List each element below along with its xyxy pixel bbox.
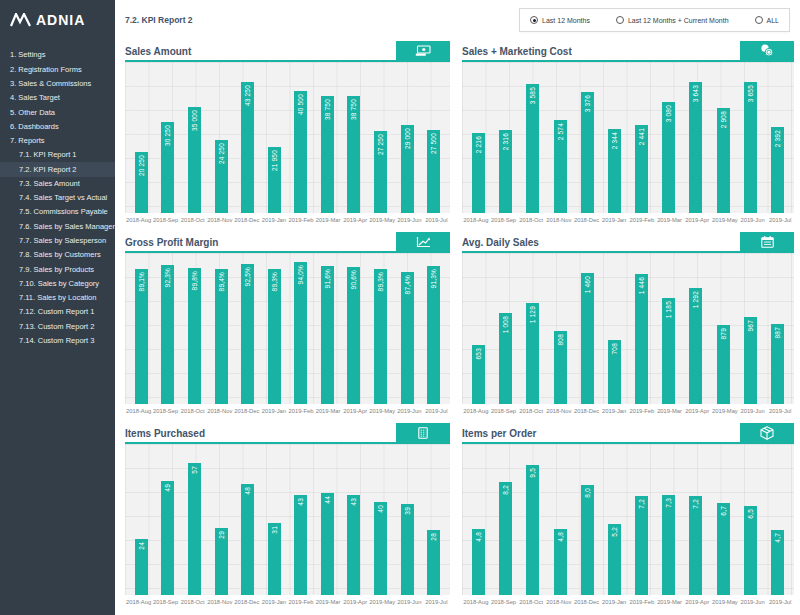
x-axis-label: 2019-Jan [600,599,628,605]
bar-value-label: 1 008 [502,316,509,333]
sidebar-item-6-dashboards[interactable]: 6. Dashboards [0,119,115,133]
bar-slot: 38 750 [341,62,368,213]
sidebar-item-2-registration-forms[interactable]: 2. Registration Forms [0,62,115,76]
sidebar-item-3-sales-commissions[interactable]: 3. Sales & Commissions [0,77,115,91]
bar-slot: 3 643 [682,62,709,213]
bar-slot: 57 [181,444,208,595]
radio-icon[interactable] [530,16,538,24]
period-option-label: ALL [767,17,779,24]
bar-value-label: 4,7 [774,533,781,543]
sidebar-item-7-4-sales-target-vs-actual[interactable]: 7.4. Sales Target vs Actual [0,191,115,205]
sidebar-item-4-sales-target[interactable]: 4. Sales Target [0,91,115,105]
bar-2018-aug: 4,8 [472,529,485,595]
bar-value-label: 3 655 [747,85,754,102]
package-icon[interactable] [740,423,794,442]
bar-2019-feb: 94,0% [294,262,307,404]
bar-value-label: 39 [404,507,411,515]
sidebar-item-1-settings[interactable]: 1. Settings [0,48,115,62]
bar-value-label: 94,0% [297,265,304,284]
sidebar-item-7-6-sales-by-sales-manager[interactable]: 7.6. Sales by Sales Manager [0,219,115,233]
sidebar-item-7-7-sales-by-salesperson[interactable]: 7.7. Sales by Salesperson [0,234,115,248]
sidebar-item-7-reports[interactable]: 7. Reports [0,134,115,148]
sidebar-item-5-other-data[interactable]: 5. Other Data [0,105,115,119]
x-axis-label: 2018-Dec [233,599,260,605]
sidebar-item-7-12-custom-report-1[interactable]: 7.12. Custom Report 1 [0,305,115,319]
bar-2019-may: 89,3% [374,269,387,404]
bar-2019-jan: 31 [268,523,281,595]
bar-value-label: 879 [720,328,727,339]
x-axis: 2018-Aug2018-Sep2018-Oct2018-Nov2018-Dec… [125,596,450,607]
x-axis-label: 2019-Mar [656,599,684,605]
radio-icon[interactable] [755,16,763,24]
bar-2019-feb: 7,2 [635,496,648,595]
bar-slot: 7,2 [628,444,655,595]
sidebar-item-7-10-sales-by-category[interactable]: 7.10. Sales by Category [0,277,115,291]
bar-slot: 1 446 [628,253,655,404]
x-axis-label: 2018-Oct [517,599,545,605]
period-option-all[interactable]: ALL [755,16,779,24]
line-chart-icon[interactable] [396,232,450,251]
bar-slot: 43 250 [234,62,261,213]
sidebar-item-7-3-sales-amount[interactable]: 7.3. Sales Amount [0,177,115,191]
bar-slot: 2 441 [628,62,655,213]
bar-value-label: 8,2 [502,485,509,495]
sidebar-item-7-13-custom-report-2[interactable]: 7.13. Custom Report 2 [0,319,115,333]
bar-slot: 708 [601,253,628,404]
sidebar-item-7-14-custom-report-3[interactable]: 7.14. Custom Report 3 [0,334,115,348]
bar-slot: 92,3% [155,253,182,404]
chart-header: Gross Profit Margin [125,232,450,253]
x-axis-label: 2019-May [369,217,396,223]
bar-2019-apr: 1 292 [689,288,702,404]
bar-2018-sep: 30 250 [161,122,174,213]
x-axis-label: 2019-Feb [628,599,656,605]
bar-value-label: 1 292 [692,291,699,308]
bar-2019-mar: 38 750 [321,96,334,213]
x-axis-label: 2018-Dec [233,217,260,223]
bar-2018-nov: 2 574 [554,120,567,213]
x-axis-label: 2019-May [711,599,739,605]
topbar: 7.2. KPI Report 2 Last 12 MonthsLast 12 … [115,0,800,40]
x-axis: 2018-Aug2018-Sep2018-Oct2018-Nov2018-Dec… [462,405,794,416]
bar-value-label: 2 216 [475,136,482,153]
bar-2019-jul: 2 392 [771,127,784,213]
x-axis-label: 2019-Feb [628,217,656,223]
sidebar-item-7-11-sales-by-location[interactable]: 7.11. Sales by Location [0,291,115,305]
sidebar-item-7-2-kpi-report-2[interactable]: 7.2. KPI Report 2 [0,162,115,176]
bar-value-label: 49 [164,484,171,492]
bar-value-label: 7,2 [638,499,645,509]
banknote-icon[interactable] [396,41,450,60]
x-axis-label: 2018-Dec [573,408,601,414]
main-content: 7.2. KPI Report 2 Last 12 MonthsLast 12 … [115,0,800,615]
x-axis-label: 2019-Jan [260,217,287,223]
sidebar-item-7-9-sales-by-products[interactable]: 7.9. Sales by Products [0,262,115,276]
x-axis-label: 2018-Sep [152,217,179,223]
bar-value-label: 1 185 [665,301,672,318]
sidebar-item-7-8-sales-by-customers[interactable]: 7.8. Sales by Customers [0,248,115,262]
x-axis-label: 2019-Feb [287,217,314,223]
bar-2018-oct: 3 585 [526,84,539,213]
bar-slot: 808 [547,253,574,404]
sidebar-item-7-5-commissions-payable[interactable]: 7.5. Commissions Payable [0,205,115,219]
period-option-last-12-months-current-month[interactable]: Last 12 Months + Current Month [616,16,729,24]
bar-2019-jun: 87,4% [401,272,414,404]
list-icon[interactable] [396,423,450,442]
calendar-icon[interactable] [740,232,794,251]
coins-icon[interactable] [740,41,794,60]
app-window: ADNIA 1. Settings2. Registration Forms3.… [0,0,800,615]
bar-2019-feb: 2 441 [635,125,648,213]
chart-header: Avg. Daily Sales [462,232,794,253]
bar-slot: 3 080 [655,62,682,213]
period-option-last-12-months[interactable]: Last 12 Months [530,16,590,24]
bar-slot: 7,2 [682,444,709,595]
bar-2018-nov: 24 250 [215,140,228,213]
x-axis-label: 2018-Nov [545,217,573,223]
x-axis-label: 2018-Oct [179,599,206,605]
bar-2019-apr: 38 750 [347,96,360,213]
radio-icon[interactable] [616,16,624,24]
x-axis-label: 2019-Apr [342,217,369,223]
x-axis-label: 2018-Aug [462,408,490,414]
sidebar-item-7-1-kpi-report-1[interactable]: 7.1. KPI Report 1 [0,148,115,162]
bar-slot: 35 000 [181,62,208,213]
bar-2019-jul: 91,3% [427,266,440,404]
bar-value-label: 29 [218,531,225,539]
